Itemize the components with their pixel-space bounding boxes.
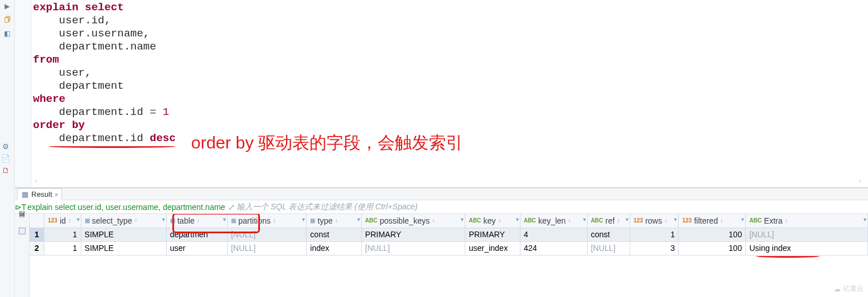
ident-department: department (59, 80, 124, 92)
watermark: ☁ 亿速云 (834, 284, 863, 294)
filter-icon[interactable]: ▾ (863, 216, 866, 222)
filter-icon[interactable]: ▾ (741, 216, 744, 222)
cell-partitions[interactable]: [NULL] (227, 228, 306, 241)
cell-extra[interactable]: [NULL] (746, 228, 868, 241)
col-header-extra[interactable]: ABCExtra↕▾ (746, 214, 868, 228)
row-number[interactable]: 2 (30, 241, 44, 255)
refresh-icon[interactable]: 📄 (1, 154, 10, 163)
ident-department: department (59, 132, 124, 145)
cell-rows[interactable]: 3 (630, 241, 679, 255)
col-header-partitions[interactable]: ▦partitions↕▾ (227, 214, 306, 228)
gear-icon[interactable]: ⚙ (2, 142, 9, 151)
cell-filtered[interactable]: 100 (679, 228, 746, 241)
tab-result[interactable]: ▦ Result × (17, 188, 62, 200)
result-tabbar: ▦ Result × (15, 188, 868, 200)
cell-key[interactable]: PRIMARY (465, 228, 520, 241)
col-header-filtered[interactable]: 123filtered↕▾ (679, 214, 746, 228)
col-header-key[interactable]: ABCkey↕▾ (465, 214, 520, 228)
cell-partitions[interactable]: [NULL] (227, 241, 306, 255)
cell-table[interactable]: user (166, 241, 227, 255)
col-header-key-len[interactable]: ABCkey_len↕▾ (520, 214, 587, 228)
cell-extra[interactable]: Using index (746, 241, 868, 255)
col-header-type[interactable]: ▦type↕▾ (307, 214, 362, 228)
kw-explain: explain (33, 1, 78, 14)
grid-icon: ▦ (21, 191, 29, 199)
scroll-right-icon[interactable]: › (859, 178, 861, 184)
sql-editor-area: ⚙ 📄 🗋 explain select user.id, user.usern… (15, 0, 868, 188)
cell-key-len[interactable]: 424 (520, 241, 587, 255)
scroll-left-icon[interactable]: ‹ (35, 178, 37, 184)
col-header-rows[interactable]: 123rows↕▾ (630, 214, 679, 228)
filter-icon[interactable]: ▾ (516, 216, 519, 222)
col-header-id[interactable]: 123id↕▾ (44, 214, 81, 228)
cell-select-type[interactable]: SIMPLE (81, 241, 166, 255)
col-header-possible-keys[interactable]: ABCpossible_keys↕▾ (361, 214, 465, 228)
results-grid-container: 123id↕▾ ▦select_type↕▾ ▦table↕▾ ▦partiti… (30, 214, 868, 297)
results-table: 123id↕▾ ▦select_type↕▾ ▦table↕▾ ▦partiti… (30, 214, 868, 255)
filter-icon[interactable]: ▾ (461, 216, 464, 222)
export-icon[interactable]: 🗋 (2, 166, 10, 175)
rollback-icon[interactable]: ◧ (3, 30, 11, 38)
filter-icon[interactable]: ▾ (223, 216, 226, 222)
corner-cell (30, 214, 44, 228)
run-query-icon[interactable]: ⊳T (15, 203, 26, 212)
kw-orderby: order by (33, 119, 85, 131)
cell-rows[interactable]: 1 (630, 228, 679, 241)
cell-possible-keys[interactable]: PRIMARY (361, 228, 465, 241)
filter-icon[interactable]: ▾ (626, 216, 629, 222)
cell-ref[interactable]: const (587, 228, 630, 241)
col-header-ref[interactable]: ABCref↕▾ (587, 214, 630, 228)
ident-department: department (59, 40, 124, 53)
filter-icon[interactable]: ▾ (162, 216, 165, 222)
filter-icon[interactable]: ▾ (583, 216, 586, 222)
table-header-row: 123id↕▾ ▦select_type↕▾ ▦table↕▾ ▦partiti… (30, 214, 868, 228)
cell-possible-keys[interactable]: [NULL] (361, 241, 465, 255)
kw-from: from (33, 53, 59, 66)
ident-department: department (59, 106, 124, 118)
cell-id[interactable]: 1 (44, 241, 81, 255)
annotation-text: order by 驱动表的字段，会触发索引 (191, 134, 463, 152)
editor-gutter (15, 0, 32, 187)
filter-row: ⊳T explain select user.id, user.username… (15, 200, 868, 214)
tab-result-label: Result (31, 190, 52, 199)
filter-icon[interactable]: ▾ (77, 216, 80, 222)
cell-table[interactable]: departmen (166, 228, 227, 241)
filter-input[interactable]: 输入一个 SQL 表达式来过滤结果 (使用 Ctrl+Space) (237, 202, 418, 212)
cell-key-len[interactable]: 4 (520, 228, 587, 241)
cell-id[interactable]: 1 (44, 228, 81, 241)
cell-filtered[interactable]: 100 (679, 241, 746, 255)
cell-select-type[interactable]: SIMPLE (81, 228, 166, 241)
watermark-text: 亿速云 (843, 284, 863, 294)
script-icon[interactable]: 🗍 (3, 16, 11, 24)
kw-where: where (33, 93, 65, 105)
row-number[interactable]: 1 (30, 228, 44, 241)
executed-query-text: explain select user.id, user.username, d… (26, 203, 226, 212)
results-panel: 网格 123id↕▾ ▦select_type↕▾ ▦table↕▾ ▦part… (15, 214, 868, 297)
expand-icon[interactable]: ⤢ (226, 203, 237, 212)
kw-select: select (85, 1, 123, 14)
sql-code[interactable]: explain select user.id, user.username, d… (33, 1, 176, 145)
col-header-select-type[interactable]: ▦select_type↕▾ (81, 214, 166, 228)
grid-mode-toggle-icon[interactable] (19, 228, 26, 234)
close-icon[interactable]: × (55, 191, 58, 198)
red-underline-using-index (757, 255, 819, 258)
editor-side-actions: ⚙ 📄 🗋 (1, 142, 10, 175)
table-row[interactable]: 2 1 SIMPLE user [NULL] index [NULL] user… (30, 241, 868, 255)
editor-horizontal-scrollbar[interactable]: ‹ › (35, 178, 861, 184)
table-row[interactable]: 1 1 SIMPLE departmen [NULL] const PRIMAR… (30, 228, 868, 241)
results-side-toolbar: 网格 (15, 214, 30, 297)
ident-user: user (59, 27, 85, 40)
ident-user: user (59, 14, 85, 27)
filter-icon[interactable]: ▾ (302, 216, 305, 222)
filter-icon[interactable]: ▾ (674, 216, 677, 222)
cell-ref[interactable]: [NULL] (587, 241, 630, 255)
kw-desc: desc (150, 132, 176, 145)
cloud-icon: ☁ (834, 285, 841, 293)
cell-type[interactable]: const (307, 228, 362, 241)
execute-icon[interactable]: ▶ (3, 2, 11, 10)
ident-user: user (59, 67, 85, 79)
filter-icon[interactable]: ▾ (357, 216, 360, 222)
cell-type[interactable]: index (307, 241, 362, 255)
col-header-table[interactable]: ▦table↕▾ (166, 214, 227, 228)
cell-key[interactable]: user_index (465, 241, 520, 255)
